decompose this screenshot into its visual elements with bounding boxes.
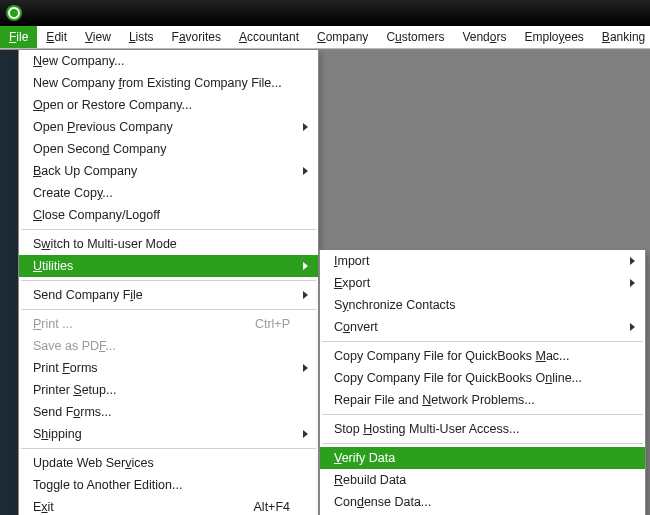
left-sidebar — [0, 50, 18, 515]
util-item-copy-company-file-for-quickbooks-mac[interactable]: Copy Company File for QuickBooks Mac... — [320, 345, 645, 367]
shortcut-label: Ctrl+P — [255, 317, 290, 331]
menu-accountant[interactable]: Accountant — [230, 26, 308, 48]
file-separator — [21, 309, 316, 310]
submenu-arrow-icon — [303, 123, 308, 131]
app-logo-icon — [6, 5, 22, 21]
submenu-arrow-icon — [630, 323, 635, 331]
util-item-copy-company-file-for-quickbooks-online[interactable]: Copy Company File for QuickBooks Online.… — [320, 367, 645, 389]
util-item-synchronize-contacts[interactable]: Synchronize Contacts — [320, 294, 645, 316]
file-item-open-previous-company[interactable]: Open Previous Company — [19, 116, 318, 138]
file-item-open-or-restore-company[interactable]: Open or Restore Company... — [19, 94, 318, 116]
submenu-arrow-icon — [303, 430, 308, 438]
file-item-open-second-company[interactable]: Open Second Company — [19, 138, 318, 160]
menu-lists[interactable]: Lists — [120, 26, 163, 48]
util-item-repair-file-and-network-problems[interactable]: Repair File and Network Problems... — [320, 389, 645, 411]
menu-file[interactable]: File — [0, 26, 37, 48]
file-separator — [21, 448, 316, 449]
submenu-arrow-icon — [303, 262, 308, 270]
submenu-arrow-icon — [303, 291, 308, 299]
util-item-import[interactable]: Import — [320, 250, 645, 272]
util-item-verify-data[interactable]: Verify Data — [320, 447, 645, 469]
menu-banking[interactable]: Banking — [593, 26, 650, 48]
submenu-arrow-icon — [630, 279, 635, 287]
file-item-print: Print ...Ctrl+P — [19, 313, 318, 335]
util-separator — [322, 443, 643, 444]
file-item-shipping[interactable]: Shipping — [19, 423, 318, 445]
menu-company[interactable]: Company — [308, 26, 377, 48]
window-titlebar — [0, 0, 650, 25]
workspace: New Company...New Company from Existing … — [0, 49, 650, 515]
file-item-new-company[interactable]: New Company... — [19, 50, 318, 72]
menu-employees[interactable]: Employees — [515, 26, 592, 48]
file-separator — [21, 229, 316, 230]
util-item-convert[interactable]: Convert — [320, 316, 645, 338]
file-item-utilities[interactable]: Utilities — [19, 255, 318, 277]
file-item-new-company-from-existing-company-file[interactable]: New Company from Existing Company File..… — [19, 72, 318, 94]
file-item-back-up-company[interactable]: Back Up Company — [19, 160, 318, 182]
util-item-rebuild-data[interactable]: Rebuild Data — [320, 469, 645, 491]
file-item-toggle-to-another-edition[interactable]: Toggle to Another Edition... — [19, 474, 318, 496]
menu-customers[interactable]: Customers — [377, 26, 453, 48]
file-item-close-company-logoff[interactable]: Close Company/Logoff — [19, 204, 318, 226]
file-item-printer-setup[interactable]: Printer Setup... — [19, 379, 318, 401]
menu-edit[interactable]: Edit — [37, 26, 76, 48]
util-item-condense-data[interactable]: Condense Data... — [320, 491, 645, 513]
submenu-arrow-icon — [303, 364, 308, 372]
util-item-stop-hosting-multi-user-access[interactable]: Stop Hosting Multi-User Access... — [320, 418, 645, 440]
file-item-send-forms[interactable]: Send Forms... — [19, 401, 318, 423]
file-item-update-web-services[interactable]: Update Web Services — [19, 452, 318, 474]
file-dropdown-menu: New Company...New Company from Existing … — [18, 50, 319, 515]
utilities-submenu: ImportExportSynchronize ContactsConvertC… — [319, 250, 646, 515]
file-item-exit[interactable]: ExitAlt+F4 — [19, 496, 318, 515]
submenu-arrow-icon — [630, 257, 635, 265]
util-item-export[interactable]: Export — [320, 272, 645, 294]
submenu-arrow-icon — [303, 167, 308, 175]
menu-favorites[interactable]: Favorites — [163, 26, 230, 48]
file-item-save-as-pdf: Save as PDF... — [19, 335, 318, 357]
file-item-create-copy[interactable]: Create Copy... — [19, 182, 318, 204]
main-menubar: FileEditViewListsFavoritesAccountantComp… — [0, 25, 650, 49]
file-item-switch-to-multi-user-mode[interactable]: Switch to Multi-user Mode — [19, 233, 318, 255]
file-item-send-company-file[interactable]: Send Company File — [19, 284, 318, 306]
file-separator — [21, 280, 316, 281]
file-item-print-forms[interactable]: Print Forms — [19, 357, 318, 379]
util-separator — [322, 341, 643, 342]
shortcut-label: Alt+F4 — [254, 500, 290, 514]
menu-view[interactable]: View — [76, 26, 120, 48]
menu-vendors[interactable]: Vendors — [453, 26, 515, 48]
util-separator — [322, 414, 643, 415]
